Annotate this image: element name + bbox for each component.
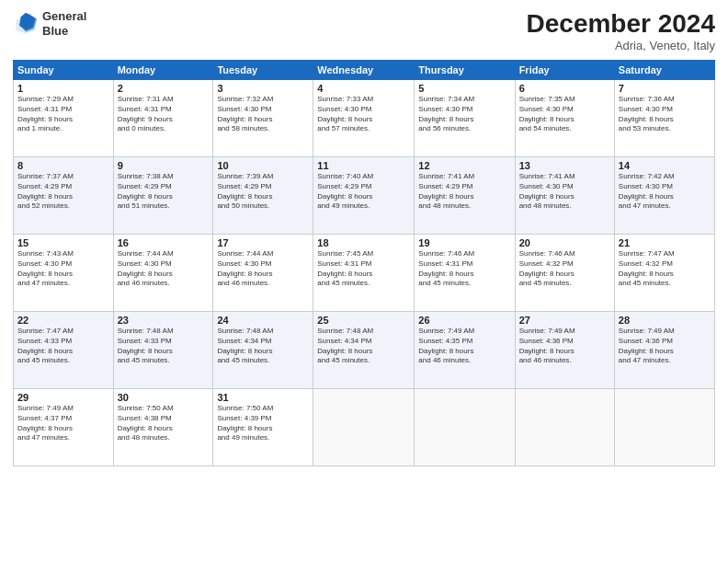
day-header-tuesday: Tuesday [213,61,313,80]
calendar-cell: 19Sunrise: 7:46 AM Sunset: 4:31 PM Dayli… [415,235,515,312]
cell-text: Sunrise: 7:48 AM Sunset: 4:33 PM Dayligh… [118,327,210,366]
calendar-header-row: SundayMondayTuesdayWednesdayThursdayFrid… [14,61,715,80]
day-number: 31 [217,392,309,403]
cell-text: Sunrise: 7:35 AM Sunset: 4:30 PM Dayligh… [519,95,610,134]
calendar-cell: 29Sunrise: 7:49 AM Sunset: 4:37 PM Dayli… [14,389,114,466]
cell-text: Sunrise: 7:43 AM Sunset: 4:30 PM Dayligh… [17,249,109,289]
cell-text: Sunrise: 7:47 AM Sunset: 4:33 PM Dayligh… [17,327,109,366]
calendar-cell: 10Sunrise: 7:39 AM Sunset: 4:29 PM Dayli… [213,157,313,235]
month-title: December 2024 [527,9,715,39]
logo-line2: Blue [42,24,86,39]
cell-text: Sunrise: 7:46 AM Sunset: 4:32 PM Dayligh… [519,249,610,289]
cell-text: Sunrise: 7:46 AM Sunset: 4:31 PM Dayligh… [418,249,510,289]
day-number: 1 [17,83,109,94]
cell-text: Sunrise: 7:48 AM Sunset: 4:34 PM Dayligh… [317,327,410,366]
day-number: 13 [519,160,610,171]
day-number: 17 [217,237,309,248]
cell-text: Sunrise: 7:40 AM Sunset: 4:29 PM Dayligh… [317,172,410,212]
calendar-cell: 13Sunrise: 7:41 AM Sunset: 4:30 PM Dayli… [515,157,614,235]
calendar-cell: 2Sunrise: 7:31 AM Sunset: 4:31 PM Daylig… [113,80,213,157]
day-number: 29 [17,392,109,403]
week-row-3: 15Sunrise: 7:43 AM Sunset: 4:30 PM Dayli… [14,235,715,312]
day-number: 7 [619,83,711,94]
calendar-cell: 21Sunrise: 7:47 AM Sunset: 4:32 PM Dayli… [614,235,714,312]
day-number: 24 [217,315,309,326]
header: General Blue December 2024 Adria, Veneto… [13,9,715,52]
calendar-cell: 26Sunrise: 7:49 AM Sunset: 4:35 PM Dayli… [415,312,515,389]
logo: General Blue [13,9,86,38]
calendar-cell: 4Sunrise: 7:33 AM Sunset: 4:30 PM Daylig… [313,80,415,157]
day-header-monday: Monday [113,61,213,80]
cell-text: Sunrise: 7:41 AM Sunset: 4:29 PM Dayligh… [418,172,510,212]
day-number: 9 [118,160,210,171]
cell-text: Sunrise: 7:42 AM Sunset: 4:30 PM Dayligh… [619,172,711,212]
week-row-5: 29Sunrise: 7:49 AM Sunset: 4:37 PM Dayli… [14,389,715,466]
calendar-cell: 25Sunrise: 7:48 AM Sunset: 4:34 PM Dayli… [313,312,415,389]
calendar-cell: 17Sunrise: 7:44 AM Sunset: 4:30 PM Dayli… [213,235,313,312]
calendar-cell: 28Sunrise: 7:49 AM Sunset: 4:36 PM Dayli… [614,312,714,389]
logo-text: General Blue [42,9,86,38]
day-number: 20 [519,237,610,248]
calendar-cell: 3Sunrise: 7:32 AM Sunset: 4:30 PM Daylig… [213,80,313,157]
cell-text: Sunrise: 7:49 AM Sunset: 4:37 PM Dayligh… [17,404,109,443]
day-number: 16 [118,237,210,248]
title-block: December 2024 Adria, Veneto, Italy [527,9,715,52]
cell-text: Sunrise: 7:38 AM Sunset: 4:29 PM Dayligh… [118,172,210,212]
logo-icon [13,11,39,37]
day-header-wednesday: Wednesday [313,61,415,80]
logo-line1: General [42,9,86,24]
calendar: SundayMondayTuesdayWednesdayThursdayFrid… [13,60,715,466]
week-row-1: 1Sunrise: 7:29 AM Sunset: 4:31 PM Daylig… [14,80,715,157]
day-number: 19 [418,237,510,248]
day-number: 18 [317,237,410,248]
calendar-cell [614,389,714,466]
cell-text: Sunrise: 7:44 AM Sunset: 4:30 PM Dayligh… [217,249,309,289]
cell-text: Sunrise: 7:29 AM Sunset: 4:31 PM Dayligh… [17,95,109,134]
day-number: 6 [519,83,610,94]
day-number: 4 [317,83,410,94]
day-number: 14 [619,160,711,171]
day-number: 8 [17,160,109,171]
cell-text: Sunrise: 7:49 AM Sunset: 4:36 PM Dayligh… [519,327,610,366]
calendar-cell [415,389,515,466]
cell-text: Sunrise: 7:50 AM Sunset: 4:38 PM Dayligh… [118,404,210,443]
day-number: 10 [217,160,309,171]
cell-text: Sunrise: 7:45 AM Sunset: 4:31 PM Dayligh… [317,249,410,289]
cell-text: Sunrise: 7:41 AM Sunset: 4:30 PM Dayligh… [519,172,610,212]
day-number: 11 [317,160,410,171]
cell-text: Sunrise: 7:44 AM Sunset: 4:30 PM Dayligh… [118,249,210,289]
cell-text: Sunrise: 7:37 AM Sunset: 4:29 PM Dayligh… [17,172,109,212]
calendar-cell: 27Sunrise: 7:49 AM Sunset: 4:36 PM Dayli… [515,312,614,389]
cell-text: Sunrise: 7:39 AM Sunset: 4:29 PM Dayligh… [217,172,309,212]
calendar-cell [515,389,614,466]
cell-text: Sunrise: 7:34 AM Sunset: 4:30 PM Dayligh… [418,95,510,134]
day-number: 26 [418,315,510,326]
day-header-sunday: Sunday [14,61,114,80]
day-number: 30 [118,392,210,403]
subtitle: Adria, Veneto, Italy [527,39,715,52]
day-header-thursday: Thursday [415,61,515,80]
cell-text: Sunrise: 7:48 AM Sunset: 4:34 PM Dayligh… [217,327,309,366]
day-header-friday: Friday [515,61,614,80]
calendar-cell: 22Sunrise: 7:47 AM Sunset: 4:33 PM Dayli… [14,312,114,389]
calendar-cell: 15Sunrise: 7:43 AM Sunset: 4:30 PM Dayli… [14,235,114,312]
calendar-cell: 16Sunrise: 7:44 AM Sunset: 4:30 PM Dayli… [113,235,213,312]
cell-text: Sunrise: 7:31 AM Sunset: 4:31 PM Dayligh… [118,95,210,134]
cell-text: Sunrise: 7:36 AM Sunset: 4:30 PM Dayligh… [619,95,711,134]
day-number: 5 [418,83,510,94]
calendar-cell: 1Sunrise: 7:29 AM Sunset: 4:31 PM Daylig… [14,80,114,157]
calendar-cell: 31Sunrise: 7:50 AM Sunset: 4:39 PM Dayli… [213,389,313,466]
cell-text: Sunrise: 7:50 AM Sunset: 4:39 PM Dayligh… [217,404,309,443]
day-number: 2 [118,83,210,94]
cell-text: Sunrise: 7:32 AM Sunset: 4:30 PM Dayligh… [217,95,309,134]
day-number: 22 [17,315,109,326]
week-row-2: 8Sunrise: 7:37 AM Sunset: 4:29 PM Daylig… [14,157,715,235]
week-row-4: 22Sunrise: 7:47 AM Sunset: 4:33 PM Dayli… [14,312,715,389]
calendar-cell: 18Sunrise: 7:45 AM Sunset: 4:31 PM Dayli… [313,235,415,312]
day-number: 25 [317,315,410,326]
calendar-cell: 8Sunrise: 7:37 AM Sunset: 4:29 PM Daylig… [14,157,114,235]
cell-text: Sunrise: 7:33 AM Sunset: 4:30 PM Dayligh… [317,95,410,134]
calendar-cell: 24Sunrise: 7:48 AM Sunset: 4:34 PM Dayli… [213,312,313,389]
day-number: 21 [619,237,711,248]
cell-text: Sunrise: 7:49 AM Sunset: 4:35 PM Dayligh… [418,327,510,366]
